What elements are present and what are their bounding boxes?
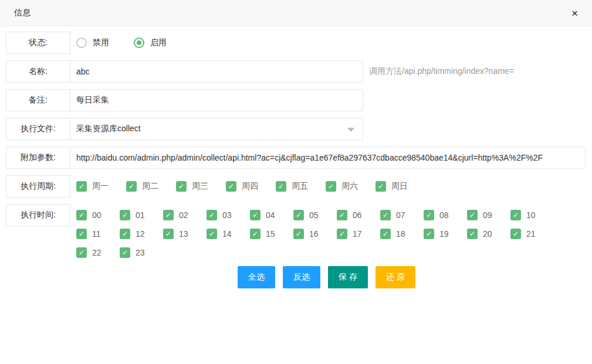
checkbox-checked-icon: ✓ <box>120 229 130 239</box>
hour-15[interactable]: ✓15 <box>250 229 293 239</box>
radio-label: 禁用 <box>93 38 109 48</box>
checkbox-checked-icon: ✓ <box>510 210 521 220</box>
hour-18[interactable]: ✓18 <box>380 229 424 239</box>
checkbox-label: 周六 <box>341 181 358 192</box>
hour-04[interactable]: ✓04 <box>250 210 293 220</box>
restore-button[interactable]: 还 原 <box>376 266 415 288</box>
radio-enable[interactable]: 启用 <box>134 38 167 48</box>
checkbox-label: 09 <box>483 210 492 220</box>
close-icon[interactable]: × <box>571 8 578 19</box>
checkbox-checked-icon: ✓ <box>424 229 434 239</box>
hour-02[interactable]: ✓02 <box>163 210 207 220</box>
checkbox-label: 19 <box>439 229 449 239</box>
select-all-button[interactable]: 全选 <box>238 266 275 288</box>
cycle-day-周四[interactable]: ✓周四 <box>226 181 276 192</box>
cycle-day-周三[interactable]: ✓周三 <box>176 181 226 192</box>
cycle-day-周日[interactable]: ✓周日 <box>376 181 425 192</box>
weekday-checkbox-group: ✓周一✓周二✓周三✓周四✓周五✓周六✓周日 <box>76 175 425 192</box>
chevron-down-icon <box>347 128 354 132</box>
cycle-day-周二[interactable]: ✓周二 <box>126 181 176 192</box>
hour-23[interactable]: ✓23 <box>120 247 163 258</box>
checkbox-label: 17 <box>353 229 362 239</box>
hour-05[interactable]: ✓05 <box>293 210 337 220</box>
hour-07[interactable]: ✓07 <box>380 210 424 220</box>
checkbox-checked-icon: ✓ <box>293 229 304 239</box>
radio-disable[interactable]: 禁用 <box>76 38 109 48</box>
name-input[interactable] <box>70 60 363 83</box>
checkbox-checked-icon: ✓ <box>76 247 87 258</box>
name-label: 名称: <box>6 60 70 83</box>
api-hint: 调用方法/api.php/timming/index?name= <box>369 66 514 77</box>
cycle-day-周五[interactable]: ✓周五 <box>276 181 326 192</box>
hour-00[interactable]: ✓00 <box>76 210 120 220</box>
invert-select-button[interactable]: 反选 <box>283 266 320 288</box>
cycle-day-周六[interactable]: ✓周六 <box>326 181 376 192</box>
hour-11[interactable]: ✓11 <box>76 229 120 239</box>
hour-03[interactable]: ✓03 <box>207 210 250 220</box>
checkbox-checked-icon: ✓ <box>250 229 261 239</box>
remark-label: 备注: <box>6 89 70 111</box>
checkbox-checked-icon: ✓ <box>376 181 386 192</box>
hour-14[interactable]: ✓14 <box>207 229 250 239</box>
exec-file-label: 执行文件: <box>6 118 70 140</box>
checkbox-label: 14 <box>222 229 232 239</box>
status-radio-group: 禁用启用 <box>76 32 167 54</box>
hour-06[interactable]: ✓06 <box>337 210 380 220</box>
checkbox-label: 10 <box>526 210 536 220</box>
exec-file-select[interactable]: 采集资源库collect <box>70 118 363 140</box>
extra-params-input[interactable] <box>70 147 586 169</box>
status-label: 状态: <box>6 32 70 54</box>
hour-09[interactable]: ✓09 <box>467 210 510 220</box>
checkbox-label: 20 <box>483 229 492 239</box>
checkbox-label: 22 <box>92 248 102 257</box>
hour-12[interactable]: ✓12 <box>120 229 163 239</box>
checkbox-label: 周日 <box>391 181 408 192</box>
checkbox-checked-icon: ✓ <box>380 210 391 220</box>
radio-label: 启用 <box>150 38 167 48</box>
checkbox-label: 15 <box>266 229 275 239</box>
hour-08[interactable]: ✓08 <box>424 210 467 220</box>
remark-input[interactable] <box>70 89 363 111</box>
checkbox-label: 00 <box>92 210 102 220</box>
radio-unchecked-icon <box>76 38 87 48</box>
hour-22[interactable]: ✓22 <box>76 247 120 258</box>
form-row-name: 名称: 调用方法/api.php/timming/index?name= <box>6 60 586 83</box>
checkbox-checked-icon: ✓ <box>120 247 130 258</box>
hour-20[interactable]: ✓20 <box>467 229 510 239</box>
checkbox-checked-icon: ✓ <box>176 181 187 192</box>
checkbox-label: 02 <box>179 210 188 220</box>
checkbox-checked-icon: ✓ <box>337 210 347 220</box>
hour-13[interactable]: ✓13 <box>163 229 207 239</box>
hour-17[interactable]: ✓17 <box>337 229 380 239</box>
exec-file-selected-value: 采集资源库collect <box>76 124 141 134</box>
checkbox-label: 13 <box>179 229 188 239</box>
form-row-time: 执行时间: ✓00✓01✓02✓03✓04✓05✓06✓07✓08✓09✓10✓… <box>6 204 586 258</box>
hour-19[interactable]: ✓19 <box>424 229 467 239</box>
checkbox-label: 周四 <box>242 181 258 192</box>
save-button[interactable]: 保 存 <box>328 266 368 288</box>
checkbox-checked-icon: ✓ <box>76 181 87 192</box>
checkbox-checked-icon: ✓ <box>380 229 391 239</box>
checkbox-label: 11 <box>92 229 101 239</box>
form-row-remark: 备注: <box>6 89 586 111</box>
checkbox-label: 12 <box>136 229 145 239</box>
hour-01[interactable]: ✓01 <box>120 210 163 220</box>
checkbox-checked-icon: ✓ <box>276 181 286 192</box>
checkbox-checked-icon: ✓ <box>163 210 174 220</box>
form-row-status: 状态: 禁用启用 <box>6 32 586 54</box>
form-row-exec-file: 执行文件: 采集资源库collect <box>6 118 586 140</box>
checkbox-label: 周五 <box>292 181 308 192</box>
checkbox-label: 05 <box>309 210 319 220</box>
cycle-label: 执行周期: <box>6 175 70 198</box>
checkbox-checked-icon: ✓ <box>120 210 130 220</box>
checkbox-checked-icon: ✓ <box>76 210 87 220</box>
checkbox-checked-icon: ✓ <box>510 229 521 239</box>
hour-21[interactable]: ✓21 <box>510 229 554 239</box>
cycle-day-周一[interactable]: ✓周一 <box>76 181 126 192</box>
hour-10[interactable]: ✓10 <box>510 210 554 220</box>
hour-16[interactable]: ✓16 <box>293 229 337 239</box>
checkbox-label: 周二 <box>142 181 158 192</box>
checkbox-checked-icon: ✓ <box>126 181 137 192</box>
checkbox-checked-icon: ✓ <box>207 210 217 220</box>
checkbox-checked-icon: ✓ <box>337 229 347 239</box>
